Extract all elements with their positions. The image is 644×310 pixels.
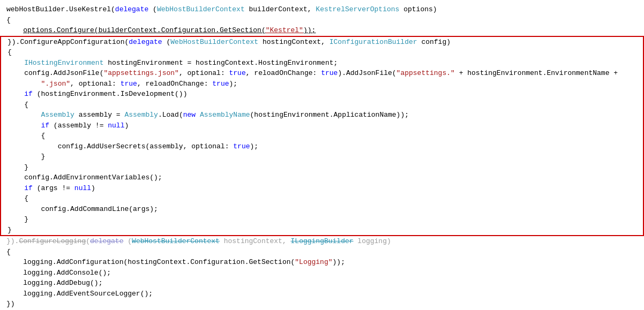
code-line-12: if (assembly != null) [1,120,643,131]
code-line-9: if (hostingEnvironment.IsDevelopment()) [1,89,643,100]
code-line-7: config.AddJsonFile("appsettings.json", o… [1,68,643,79]
code-line-24: { [0,247,644,258]
code-line-28: logging.AddEventSourceLogger(); [0,289,644,299]
code-line-27: logging.AddDebug(); [0,278,644,289]
code-line-2: { [0,15,644,26]
code-line-8: ".json", optional: true, reloadOnChange:… [1,79,643,89]
code-line-1: webHostBuilder.UseKestrel(delegate (WebH… [0,4,644,15]
code-line-25: logging.AddConfiguration(hostingContext.… [0,257,644,268]
code-line-19: { [1,193,643,204]
code-line-14: config.AddUserSecrets(assembly, optional… [1,141,643,152]
code-line-29: }) [0,299,644,309]
code-line-22: } [1,225,643,236]
code-line-10: { [1,100,643,110]
code-line-15: } [1,152,643,162]
highlighted-block: }).ConfigureAppConfiguration(delegate (W… [0,36,644,237]
code-line-5: { [1,47,643,58]
code-line-20: config.AddCommandLine(args); [1,204,643,215]
code-container: webHostBuilder.UseKestrel(delegate (WebH… [0,0,644,310]
code-line-18: if (args != null) [1,183,643,194]
code-line-16: } [1,162,643,173]
code-line-17: config.AddEnvironmentVariables(); [1,172,643,183]
code-line-13: { [1,131,643,141]
code-line-11: Assembly assembly = Assembly.Load(new As… [1,110,643,120]
code-line-23: }).ConfigureLogging(delegate (WebHostBui… [0,236,644,247]
code-line-6: IHostingEnvironment hostingEnvironment =… [1,58,643,69]
code-line-26: logging.AddConsole(); [0,268,644,278]
code-line-3: options.Configure(builderContext.Configu… [0,25,644,36]
code-line-4: }).ConfigureAppConfiguration(delegate (W… [1,37,643,48]
code-line-21: } [1,214,643,225]
